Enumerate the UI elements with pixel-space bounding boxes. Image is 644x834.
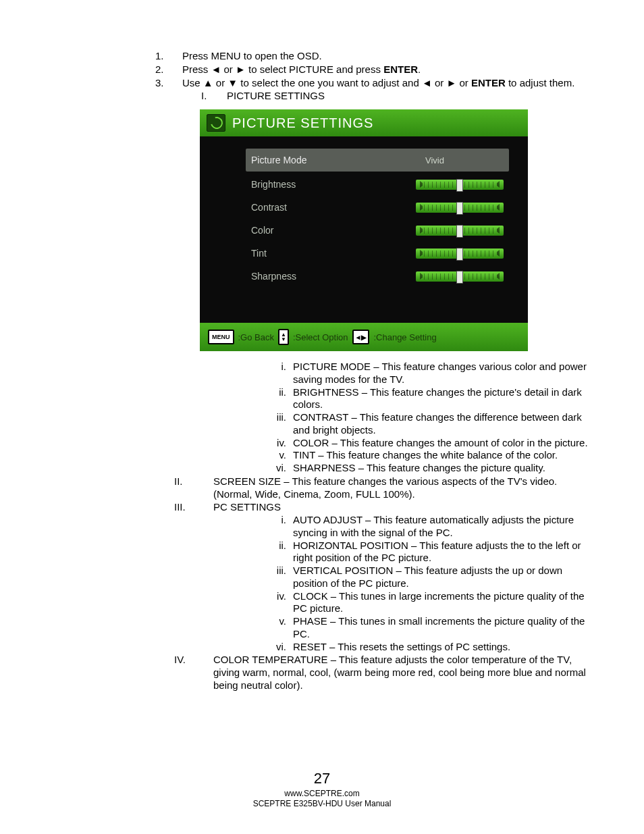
footer-url: www.SCEPTRE.com <box>0 789 644 800</box>
osd-label: Sharpness <box>251 271 366 282</box>
list-item: v.TINT – This feature changes the white … <box>259 449 590 462</box>
text-span: Use ▲ or ▼ to select the one you want to… <box>182 77 471 88</box>
item-text: CONTRAST – This feature changes the diff… <box>293 411 590 437</box>
item-text: BRIGHTNESS – This feature changes the pi… <box>293 386 590 412</box>
item-num: iii. <box>259 565 293 590</box>
step-text: Press MENU to open the OSD. <box>182 50 590 63</box>
pc-settings-list: i.AUTO ADJUST – This feature automatical… <box>259 514 590 653</box>
osd-label: Tint <box>251 248 366 259</box>
item-text: PICTURE MODE – This feature changes vari… <box>293 361 590 386</box>
item-text: RESET – This resets the settings of PC s… <box>293 641 590 654</box>
osd-title: PICTURE SETTINGS <box>232 115 373 131</box>
section-num: III. <box>174 501 213 514</box>
footer-label-select: :Select Option <box>293 332 348 342</box>
list-item: iii.VERTICAL POSITION – This feature adj… <box>259 565 590 590</box>
slider-contrast[interactable] <box>416 203 504 213</box>
instruction-list: 1. Press MENU to open the OSD. 2. Press … <box>155 50 590 103</box>
footer-label-change: :Change Setting <box>373 332 436 342</box>
list-item: ii.HORIZONTAL POSITION – This feature ad… <box>259 540 590 565</box>
step-number: 3. <box>155 77 182 103</box>
osd-row-contrast[interactable]: Contrast <box>251 196 504 219</box>
step-1: 1. Press MENU to open the OSD. <box>155 50 590 63</box>
osd-label: Contrast <box>251 202 366 213</box>
item-num: vi. <box>259 641 293 654</box>
osd-row-color[interactable]: Color <box>251 219 504 242</box>
up-down-key-icon: ▲▼ <box>278 329 289 345</box>
bold-text: ENTER <box>383 63 418 75</box>
text-span: Press ◄ or ► to select PICTURE and press <box>182 63 383 75</box>
item-text: TINT – This feature changes the white ba… <box>293 449 590 462</box>
item-num: iv. <box>259 590 293 616</box>
osd-body: Picture Mode Vivid Brightness Contrast C… <box>200 136 528 288</box>
page-footer: 27 www.SCEPTRE.com SCEPTRE E325BV-HDU Us… <box>0 769 644 810</box>
list-item: iii.CONTRAST – This feature changes the … <box>259 411 590 437</box>
slider-brightness[interactable] <box>416 180 504 190</box>
picture-description-list: i.PICTURE MODE – This feature changes va… <box>259 361 590 475</box>
list-item: ii.BRIGHTNESS – This feature changes the… <box>259 386 590 412</box>
item-num: v. <box>259 449 293 462</box>
osd-row-brightness[interactable]: Brightness <box>251 173 504 196</box>
manual-page: 1. Press MENU to open the OSD. 2. Press … <box>0 0 644 834</box>
text-span: . <box>418 63 421 75</box>
step-text: Press ◄ or ► to select PICTURE and press… <box>182 63 590 76</box>
item-num: iv. <box>259 437 293 450</box>
osd-label: Color <box>251 225 366 236</box>
section-text: PC SETTINGS <box>213 501 590 514</box>
osd-row-tint[interactable]: Tint <box>251 242 504 265</box>
osd-row-picture-mode[interactable]: Picture Mode Vivid <box>246 149 509 172</box>
item-text: CLOCK – This tunes in large increments t… <box>293 590 590 616</box>
item-text: PHASE – This tunes in small increments t… <box>293 615 590 641</box>
roman-numeral: I. <box>201 90 227 103</box>
item-text: AUTO ADJUST – This feature automatically… <box>293 514 590 540</box>
item-num: i. <box>259 514 293 540</box>
section-text: COLOR TEMPERATURE – This feature adjusts… <box>213 654 590 692</box>
section-IV: IV. COLOR TEMPERATURE – This feature adj… <box>174 654 590 692</box>
slider-sharpness[interactable] <box>416 271 504 282</box>
item-num: i. <box>259 361 293 386</box>
step-number: 2. <box>155 63 182 76</box>
step-text: Use ▲ or ▼ to select the one you want to… <box>182 77 590 103</box>
text-span: to adjust them. <box>506 77 575 88</box>
section-III: III. PC SETTINGS <box>174 501 590 514</box>
substep-I: I. PICTURE SETTINGS <box>201 90 590 103</box>
osd-label: Picture Mode <box>251 155 366 165</box>
osd-header: PICTURE SETTINGS <box>200 109 528 136</box>
item-num: ii. <box>259 386 293 412</box>
section-text: SCREEN SIZE – This feature changes the v… <box>213 475 590 501</box>
osd-row-sharpness[interactable]: Sharpness <box>251 265 504 288</box>
bold-text: ENTER <box>471 77 506 88</box>
list-item: vi.SHARPNESS – This feature changes the … <box>259 462 590 475</box>
list-item: iv.CLOCK – This tunes in large increment… <box>259 590 590 616</box>
menu-key-icon: MENU <box>208 330 234 344</box>
footer-manual-name: SCEPTRE E325BV-HDU User Manual <box>0 799 644 810</box>
item-text: VERTICAL POSITION – This feature adjusts… <box>293 565 590 590</box>
osd-panel: PICTURE SETTINGS Picture Mode Vivid Brig… <box>200 109 528 351</box>
list-item: vi.RESET – This resets the settings of P… <box>259 641 590 654</box>
list-item: i.AUTO ADJUST – This feature automatical… <box>259 514 590 540</box>
list-item: v.PHASE – This tunes in small increments… <box>259 615 590 641</box>
item-text: COLOR – This feature changes the amount … <box>293 437 590 450</box>
section-num: IV. <box>174 654 213 692</box>
step-number: 1. <box>155 50 182 63</box>
section-II: II. SCREEN SIZE – This feature changes t… <box>174 475 590 501</box>
item-text: SHARPNESS – This feature changes the pic… <box>293 462 590 475</box>
list-item: iv.COLOR – This feature changes the amou… <box>259 437 590 450</box>
slider-tint[interactable] <box>416 249 504 259</box>
page-number: 27 <box>0 769 644 789</box>
slider-color[interactable] <box>416 226 504 236</box>
osd-footer: MENU :Go Back ▲▼ :Select Option ◄▶ :Chan… <box>200 323 528 351</box>
substep-text: PICTURE SETTINGS <box>227 90 590 103</box>
list-item: i.PICTURE MODE – This feature changes va… <box>259 361 590 386</box>
step-2: 2. Press ◄ or ► to select PICTURE and pr… <box>155 63 590 76</box>
item-num: iii. <box>259 411 293 437</box>
footer-label-go-back: :Go Back <box>238 332 274 342</box>
brand-logo-icon <box>207 114 225 132</box>
osd-label: Brightness <box>251 179 366 190</box>
osd-value: Vivid <box>366 155 504 165</box>
item-text: HORIZONTAL POSITION – This feature adjus… <box>293 540 590 565</box>
left-right-key-icon: ◄▶ <box>352 330 370 344</box>
item-num: v. <box>259 615 293 641</box>
section-num: II. <box>174 475 213 501</box>
step-3: 3. Use ▲ or ▼ to select the one you want… <box>155 77 590 103</box>
item-num: ii. <box>259 540 293 565</box>
